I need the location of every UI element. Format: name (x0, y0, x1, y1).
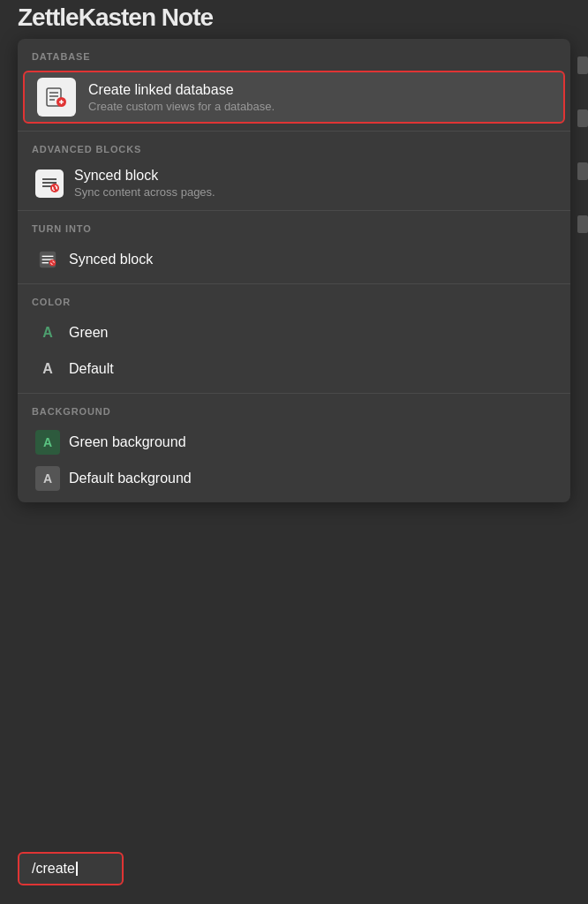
database-icon (37, 78, 76, 117)
database-section: DATABASE Create linked database Create c… (18, 39, 570, 132)
command-text: /create (32, 861, 75, 877)
bg-green-label: Green background (69, 434, 186, 450)
scroll-indicator-4 (577, 215, 588, 233)
background-section-label: BACKGROUND (18, 403, 570, 424)
bg-green-icon: A (35, 430, 60, 455)
svg-point-15 (49, 260, 56, 266)
color-section-label: COLOR (18, 293, 570, 314)
create-linked-database-title: Create linked database (88, 82, 275, 98)
create-linked-database-subtitle: Create custom views for a database. (88, 100, 275, 113)
bg-default-item[interactable]: A Default background (23, 461, 565, 496)
command-display[interactable]: /create (18, 852, 124, 885)
advanced-blocks-section: ADVANCED BLOCKS Synced block Sync conten… (18, 132, 570, 211)
create-linked-database-item[interactable]: Create linked database Create custom vie… (23, 71, 565, 124)
synced-block-turn-label: Synced block (69, 252, 153, 267)
color-green-icon: A (35, 320, 60, 345)
color-default-icon: A (35, 357, 60, 381)
synced-block-advanced-text: Synced block Sync content across pages. (74, 168, 215, 199)
database-section-label: DATABASE (18, 48, 570, 69)
color-section: COLOR A Green A Default (18, 284, 570, 394)
scroll-indicator-1 (577, 56, 588, 74)
synced-block-advanced-icon (35, 170, 64, 198)
turn-into-label: TURN INTO (18, 220, 570, 241)
app-title: ZettleKasten Note (18, 4, 213, 32)
bg-default-label: Default background (69, 471, 192, 486)
background-section: BACKGROUND A Green background A Default … (18, 394, 570, 502)
color-green-item[interactable]: A Green (23, 315, 565, 350)
bg-green-item[interactable]: A Green background (23, 425, 565, 460)
color-default-label: Default (69, 361, 114, 377)
color-green-label: Green (69, 325, 108, 341)
synced-block-advanced-item[interactable]: Synced block Sync content across pages. (23, 162, 565, 204)
cursor (76, 862, 78, 876)
scroll-indicators (570, 39, 588, 233)
scroll-indicator-2 (577, 109, 588, 127)
color-default-item[interactable]: A Default (23, 351, 565, 387)
synced-block-advanced-title: Synced block (74, 168, 215, 184)
turn-into-section: TURN INTO Synced block (18, 211, 570, 284)
create-linked-database-text: Create linked database Create custom vie… (88, 82, 275, 113)
menu-panel: DATABASE Create linked database Create c… (18, 39, 570, 502)
scroll-indicator-3 (577, 162, 588, 180)
bottom-bar: /create (0, 833, 588, 904)
app-header: ZettleKasten Note (0, 0, 588, 35)
command-input-wrapper: /create (18, 852, 124, 885)
synced-block-advanced-subtitle: Sync content across pages. (74, 185, 215, 199)
advanced-blocks-label: ADVANCED BLOCKS (18, 140, 570, 162)
synced-block-turn-item[interactable]: Synced block (23, 242, 565, 277)
svg-point-10 (50, 184, 59, 192)
bg-default-icon: A (35, 466, 60, 491)
synced-block-turn-icon (35, 247, 60, 272)
